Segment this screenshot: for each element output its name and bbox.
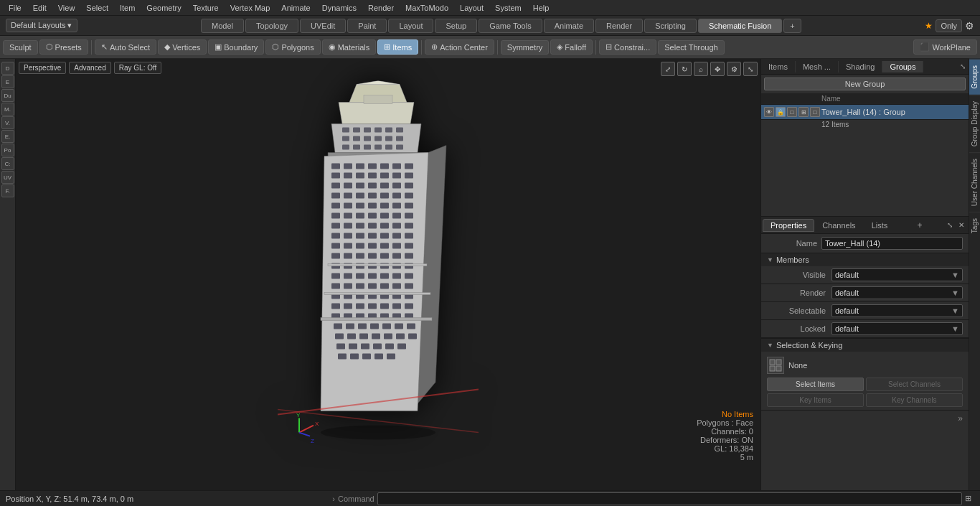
advanced-btn[interactable]: Advanced [69, 62, 110, 74]
sidebar-tool-v[interactable]: V. [1, 116, 14, 129]
vtab-groups[interactable]: Groups [969, 59, 980, 95]
locked-dropdown[interactable]: default ▼ [831, 322, 963, 335]
auto-select-btn[interactable]: ↖ Auto Select [95, 39, 156, 55]
subtab-items[interactable]: Items [761, 61, 796, 72]
sidebar-tool-mes[interactable]: M. [1, 103, 14, 116]
menu-view[interactable]: View [52, 2, 81, 14]
ray-gl-btn[interactable]: Ray GL: Off [114, 62, 162, 74]
menu-animate[interactable]: Animate [275, 2, 316, 14]
menu-file[interactable]: File [3, 2, 27, 14]
materials-btn[interactable]: ◉ Materials [322, 39, 377, 55]
expand-icon[interactable]: ⤡ [957, 61, 969, 72]
sidebar-tool-e2[interactable]: E. [1, 130, 14, 143]
vertices-btn[interactable]: ◆ Vertices [158, 39, 207, 55]
sidebar-tool-1[interactable]: D [1, 62, 14, 75]
sculpt-btn[interactable]: Sculpt [3, 40, 38, 55]
menu-layout[interactable]: Layout [454, 2, 489, 14]
tab-schematic-fusion[interactable]: Schematic Fusion [698, 19, 782, 33]
name-input[interactable] [821, 237, 963, 250]
symmetry-btn[interactable]: Symmetry [501, 40, 550, 55]
settings-icon[interactable]: ⚙ [727, 62, 741, 76]
tab-paint[interactable]: Paint [347, 19, 387, 33]
tab-add[interactable]: + [913, 219, 927, 232]
menu-item[interactable]: Item [114, 2, 141, 14]
sidebar-tool-2[interactable]: E [1, 75, 14, 88]
selectable-dropdown[interactable]: default ▼ [831, 304, 963, 317]
items-btn[interactable]: ⊞ Items [377, 39, 418, 55]
tab-lists[interactable]: Lists [864, 219, 896, 232]
select-through-btn[interactable]: Select Through [658, 40, 724, 55]
tab-gametools[interactable]: Game Tools [479, 19, 542, 33]
render-icon[interactable]: □ [787, 107, 797, 117]
mesh-icon[interactable]: ⊞ [798, 107, 809, 117]
falloff-btn[interactable]: ◈ Falloff [550, 39, 593, 55]
orbit-icon[interactable]: ↻ [677, 62, 692, 76]
tab-layout[interactable]: Layout [388, 19, 433, 33]
sidebar-tool-uv[interactable]: UV [1, 171, 14, 184]
menu-render[interactable]: Render [362, 2, 400, 14]
visible-dropdown[interactable]: default ▼ [831, 268, 963, 281]
sidebar-tool-pol[interactable]: Po [1, 144, 14, 156]
pan-icon[interactable]: ✥ [710, 62, 725, 76]
constraints-btn[interactable]: ⊟ Constrai... [599, 39, 656, 55]
menu-help[interactable]: Help [527, 2, 555, 14]
tab-properties[interactable]: Properties [763, 219, 814, 232]
workplane-btn[interactable]: ⬛ WorkPlane [913, 39, 977, 55]
boundary-btn[interactable]: ▣ Boundary [208, 39, 264, 55]
vtab-group-display[interactable]: Group Display [969, 95, 980, 152]
sidebar-tool-c[interactable]: C: [1, 157, 14, 170]
menu-edit[interactable]: Edit [27, 2, 52, 14]
close-icon[interactable]: ✕ [956, 220, 967, 230]
render-dropdown[interactable]: default ▼ [831, 286, 963, 299]
vtab-tags[interactable]: Tags [969, 212, 980, 239]
menu-geometry[interactable]: Geometry [141, 2, 187, 14]
vtab-user-channels[interactable]: User Channels [969, 152, 980, 212]
group-item[interactable]: 👁 🔒 □ ⊞ □ Tower_Hall (14) : Group [761, 105, 969, 120]
tab-channels[interactable]: Channels [814, 219, 863, 232]
sidebar-tool-f[interactable]: F. [1, 184, 14, 197]
lock-icon[interactable]: 🔒 [776, 107, 786, 117]
only-btn[interactable]: Only [936, 19, 962, 32]
tab-scripting[interactable]: Scripting [644, 19, 697, 33]
tab-setup[interactable]: Setup [435, 19, 477, 33]
cmd-search-icon[interactable]: ⊞ [962, 492, 974, 505]
subtab-groups[interactable]: Groups [882, 61, 923, 72]
subtab-mesh[interactable]: Mesh ... [796, 61, 839, 72]
gear-icon[interactable]: ⚙ [965, 20, 974, 32]
viewport[interactable]: Perspective Advanced Ray GL: Off ⤢ ↻ ⌕ ✥… [16, 59, 760, 490]
menu-texture[interactable]: Texture [187, 2, 225, 14]
action-center-btn[interactable]: ⊕ Action Center [425, 39, 494, 55]
new-group-btn[interactable]: New Group [764, 78, 966, 90]
select-items-btn[interactable]: Select Items [767, 378, 864, 391]
zoom-icon[interactable]: ⌕ [694, 62, 708, 76]
command-input[interactable] [377, 492, 962, 505]
menu-dynamics[interactable]: Dynamics [316, 2, 362, 14]
tab-animate[interactable]: Animate [544, 19, 594, 33]
popout-icon[interactable]: ⤡ [944, 220, 956, 230]
polygons-btn[interactable]: ⬡ Polygons [265, 39, 320, 55]
presets-btn[interactable]: ⬡ Presets [39, 39, 88, 55]
tab-render[interactable]: Render [595, 19, 643, 33]
group-icon-btn[interactable]: □ [810, 107, 820, 117]
subtab-shading[interactable]: Shading [839, 61, 882, 72]
maximize-icon[interactable]: ⤡ [743, 62, 758, 76]
menu-maxtomodo[interactable]: MaxToModo [400, 2, 454, 14]
sel-keying-section[interactable]: ▼ Selection & Keying [761, 338, 969, 352]
default-layouts-btn[interactable]: Default Layouts ▾ [6, 19, 77, 32]
tab-add-btn[interactable]: + [783, 19, 801, 33]
tab-uvedit[interactable]: UVEdit [300, 19, 346, 33]
svg-rect-56 [368, 233, 377, 238]
tab-model[interactable]: Model [201, 19, 244, 33]
fit-icon[interactable]: ⤢ [661, 62, 675, 76]
selectable-row: Selectable default ▼ [761, 302, 969, 320]
members-section[interactable]: ▼ Members [761, 253, 969, 266]
tab-topology[interactable]: Topology [245, 19, 298, 33]
menu-select[interactable]: Select [80, 2, 114, 14]
perspective-btn[interactable]: Perspective [19, 62, 66, 74]
expand-arrow-icon[interactable]: » [958, 413, 963, 423]
star-icon[interactable]: ★ [925, 21, 933, 31]
menu-vertexmap[interactable]: Vertex Map [225, 2, 276, 14]
sidebar-tool-dup[interactable]: Du [1, 89, 14, 102]
menu-system[interactable]: System [489, 2, 527, 14]
eye-icon[interactable]: 👁 [764, 107, 774, 117]
